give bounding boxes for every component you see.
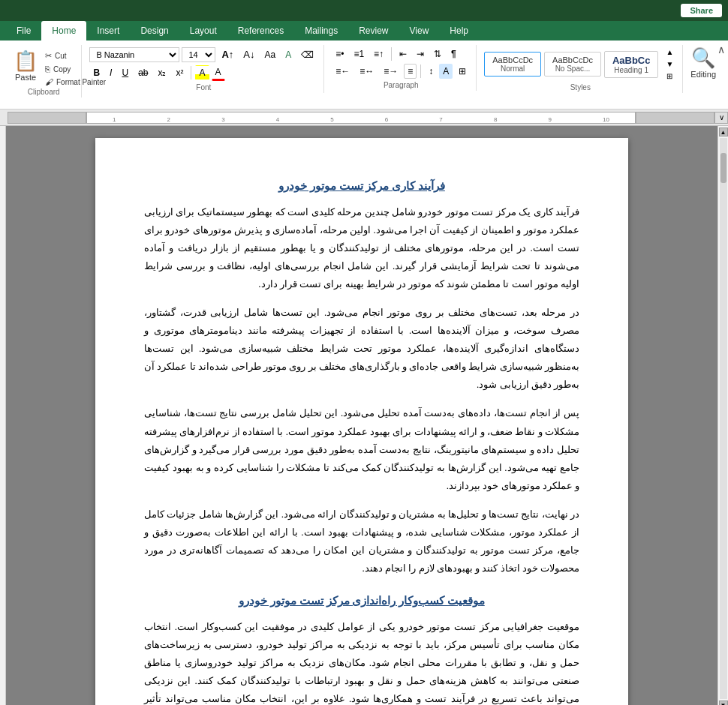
paragraph3-text: پس از انجام تست‌ها، داده‌های به‌دست آمده…: [144, 404, 579, 494]
styles-scroll-up[interactable]: ▲: [663, 46, 676, 58]
strikethrough-button[interactable]: ab: [134, 65, 152, 80]
ruler-left-margin: [8, 112, 86, 124]
separator2: [391, 47, 392, 61]
tab-design[interactable]: Design: [130, 21, 179, 40]
tab-file[interactable]: File: [6, 21, 41, 40]
cut-label: Cut: [55, 52, 67, 60]
superscript-button[interactable]: x²: [172, 65, 187, 80]
document-area: فرآیند کاری مرکز تست موتور خودرو فرآیند …: [6, 126, 717, 705]
font-size-select[interactable]: 14: [182, 47, 215, 62]
scroll-up-button[interactable]: ▲: [719, 128, 728, 136]
subscript-button[interactable]: x₂: [154, 65, 170, 80]
tab-help[interactable]: Help: [439, 21, 479, 40]
align-right-button[interactable]: ≡→: [380, 64, 402, 79]
section2-title: موقعیت کسب‌وکار راه‌اندازی مرکز تست موتو…: [144, 594, 579, 608]
editing-icon: 🔍: [691, 46, 715, 70]
tab-view[interactable]: View: [399, 21, 440, 40]
vertical-scrollbar[interactable]: ▲ ▼: [717, 126, 728, 705]
style-normal[interactable]: AaBbCcDc Normal: [484, 52, 541, 76]
numbering-button[interactable]: ≡1: [350, 46, 368, 62]
font-color-button[interactable]: A: [212, 64, 225, 81]
justify-button[interactable]: ≡: [404, 64, 417, 79]
ruler-right-margin: [636, 112, 714, 124]
style-heading1-label: Heading 1: [612, 66, 651, 74]
ruler-collapse-button[interactable]: ∨: [714, 112, 728, 124]
tab-home[interactable]: Home: [41, 21, 86, 40]
ruler-area: 1 2 3 4 5 6 7 8 9 10 ∨: [0, 110, 728, 126]
style-normal-label: Normal: [492, 64, 533, 73]
style-nospace-label: No Spac...: [552, 64, 593, 73]
cut-icon: ✂: [45, 51, 52, 61]
sort-button[interactable]: ⇅: [430, 46, 445, 62]
format-painter-icon: 🖌: [45, 77, 53, 86]
styles-scroll-down[interactable]: ▼: [663, 58, 676, 70]
ribbon-bar: 📋 Paste ✂ Cut ⎘ Copy 🖌 Format Painter Cl…: [0, 42, 728, 110]
scroll-track[interactable]: [720, 138, 727, 699]
tab-insert[interactable]: Insert: [86, 21, 130, 40]
paragraph-group-label: Paragraph: [332, 81, 470, 89]
font-group-label: Font: [89, 83, 317, 92]
font-name-row: B Nazanin 14 A↑ A↓ Aa A ⌫: [89, 46, 317, 62]
change-case-button[interactable]: Aa: [261, 47, 280, 62]
font-group: B Nazanin 14 A↑ A↓ Aa A ⌫ B I U ab x₂ x²…: [83, 45, 324, 93]
separator1: [191, 66, 191, 80]
editing-label[interactable]: Editing: [690, 70, 716, 79]
para-row1: ≡• ≡1 ≡↑ ⇤ ⇥ ⇅ ¶: [332, 46, 470, 62]
increase-indent-button[interactable]: ⇥: [413, 46, 428, 62]
clipboard-group: 📋 Paste ✂ Cut ⎘ Copy 🖌 Format Painter Cl…: [6, 45, 82, 98]
borders-button[interactable]: ⊞: [455, 64, 470, 79]
clear-format-button[interactable]: ⌫: [297, 47, 317, 62]
align-center-button[interactable]: ≡↔: [356, 64, 378, 79]
style-nospace[interactable]: AaBbCcDc No Spac...: [544, 52, 601, 76]
tab-mailings[interactable]: Mailings: [294, 21, 348, 40]
multilevel-button[interactable]: ≡↑: [370, 46, 387, 62]
bullets-button[interactable]: ≡•: [332, 46, 347, 62]
copy-label: Copy: [53, 65, 71, 74]
underline-button[interactable]: U: [118, 65, 132, 80]
paragraph2-text: در مرحله بعد، تست‌های مختلف بر روی موتور…: [144, 304, 579, 394]
text-effects-button[interactable]: A: [281, 47, 295, 62]
tab-references[interactable]: References: [227, 21, 294, 40]
paragraph4-text: در نهایت، نتایج تست‌ها و تحلیل‌ها به مشت…: [144, 506, 579, 578]
paragraph1-text: فرآیند کاری یک مرکز تست موتور خودرو شامل…: [144, 203, 579, 293]
styles-expand[interactable]: ⊞: [663, 70, 676, 82]
show-formatting-button[interactable]: ¶: [447, 46, 460, 62]
clipboard-label: Clipboard: [11, 88, 77, 96]
increase-font-button[interactable]: A↑: [218, 46, 237, 62]
decrease-indent-button[interactable]: ⇤: [396, 46, 411, 62]
ribbon-top-bar: Share: [0, 0, 728, 21]
decrease-font-button[interactable]: A↓: [239, 46, 258, 62]
share-button[interactable]: Share: [681, 4, 722, 17]
collapse-ribbon-button[interactable]: ∧: [717, 44, 725, 56]
italic-button[interactable]: I: [106, 65, 116, 80]
copy-icon: ⎘: [45, 64, 50, 74]
line-spacing-button[interactable]: ↕: [425, 64, 437, 79]
shading-button[interactable]: A: [439, 64, 453, 79]
font-style-row: B I U ab x₂ x² A A: [89, 64, 317, 81]
styles-group: AaBbCcDc Normal AaBbCcDc No Spac... AaBb…: [478, 45, 683, 93]
scroll-thumb[interactable]: [720, 153, 726, 183]
align-left-button[interactable]: ≡←: [332, 64, 353, 79]
tab-review[interactable]: Review: [348, 21, 399, 40]
styles-scroll: ▲ ▼ ⊞: [663, 46, 676, 82]
ruler-main[interactable]: 1 2 3 4 5 6 7 8 9 10: [86, 112, 636, 124]
styles-row: AaBbCcDc Normal AaBbCcDc No Spac... AaBb…: [484, 46, 676, 82]
scroll-down-button[interactable]: ▼: [719, 700, 728, 705]
paragraph-group: ≡• ≡1 ≡↑ ⇤ ⇥ ⇅ ¶ ≡← ≡↔ ≡→ ≡ ↕ A ⊞ Paragr…: [326, 45, 477, 91]
tab-layout[interactable]: Layout: [179, 21, 227, 40]
bold-button[interactable]: B: [89, 65, 104, 80]
section1-title: فرآیند کاری مرکز تست موتور خودرو: [144, 179, 579, 193]
editing-group: 🔍 Editing: [684, 45, 722, 80]
share-area: Share: [681, 4, 722, 17]
page: فرآیند کاری مرکز تست موتور خودرو فرآیند …: [95, 138, 628, 705]
styles-group-label: Styles: [484, 83, 676, 92]
font-name-select[interactable]: B Nazanin: [89, 47, 179, 62]
paste-icon: 📋: [14, 50, 38, 73]
highlight-button[interactable]: A: [195, 65, 209, 80]
paragraph5-text: موقعیت جغرافیایی مرکز تست موتور خودرو یک…: [144, 618, 579, 705]
paste-label: Paste: [15, 73, 36, 82]
paste-button[interactable]: 📋 Paste: [11, 46, 41, 85]
separator3: [420, 64, 421, 78]
vertical-scroll-left: [0, 126, 6, 705]
style-heading1[interactable]: AaBbCc Heading 1: [604, 51, 659, 78]
